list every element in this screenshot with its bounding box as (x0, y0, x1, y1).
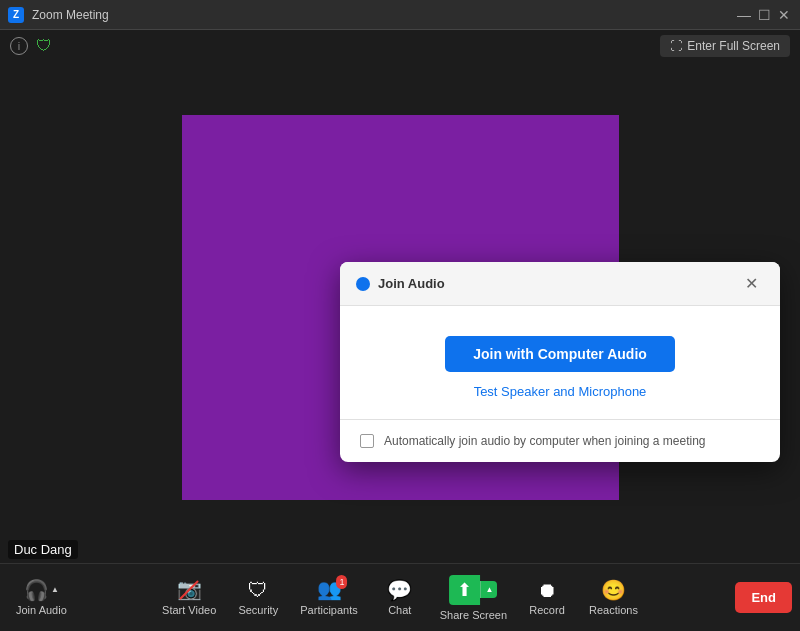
fullscreen-icon: ⛶ (670, 39, 682, 53)
zoom-app-icon: Z (8, 7, 24, 23)
participants-item[interactable]: 👥 1 Participants (290, 573, 367, 622)
title-bar-left: Z Zoom Meeting (8, 7, 109, 23)
end-button[interactable]: End (735, 582, 792, 613)
info-icon[interactable]: i (10, 37, 28, 55)
dialog-header: Join Audio ✕ (340, 262, 780, 306)
video-icon-container: 📷 (177, 579, 202, 600)
user-name-label: Duc Dang (8, 540, 78, 559)
participant-count-badge: 1 (337, 575, 348, 589)
zoom-dot-icon (356, 277, 370, 291)
test-speaker-link[interactable]: Test Speaker and Microphone (474, 384, 647, 399)
chat-label: Chat (388, 604, 411, 616)
fullscreen-button[interactable]: ⛶ Enter Full Screen (660, 35, 790, 57)
toolbar: 🎧 ▲ Join Audio 📷 Start Video 🛡 Security … (0, 563, 800, 631)
auto-join-checkbox[interactable] (360, 434, 374, 448)
fullscreen-label: Enter Full Screen (687, 39, 780, 53)
share-screen-item[interactable]: ⬆ ▲ Share Screen (432, 569, 515, 627)
reactions-item[interactable]: 😊 Reactions (579, 574, 648, 622)
record-item[interactable]: ⏺ Record (517, 574, 577, 622)
chat-icon: 💬 (387, 580, 412, 600)
start-video-label: Start Video (162, 604, 216, 616)
dialog-close-button[interactable]: ✕ (739, 272, 764, 295)
participants-label: Participants (300, 604, 357, 616)
dialog-footer: Automatically join audio by computer whe… (340, 419, 780, 462)
security-label: Security (238, 604, 278, 616)
window-title: Zoom Meeting (32, 8, 109, 22)
top-bar: i 🛡 ⛶ Enter Full Screen (0, 30, 800, 62)
start-video-item[interactable]: 📷 Start Video (152, 573, 226, 622)
video-area: Join Audio ✕ Join with Computer Audio Te… (0, 62, 800, 563)
reactions-icon: 😊 (601, 580, 626, 600)
share-screen-arrow[interactable]: ▲ (480, 581, 497, 598)
dialog-header-left: Join Audio (356, 276, 445, 291)
top-bar-left: i 🛡 (10, 37, 54, 55)
close-button[interactable]: ✕ (776, 8, 792, 22)
record-label: Record (529, 604, 564, 616)
headphone-icon: 🎧 (24, 580, 49, 600)
shield-icon: 🛡 (36, 37, 54, 55)
chat-item[interactable]: 💬 Chat (370, 574, 430, 622)
maximize-button[interactable]: ☐ (756, 8, 772, 22)
share-screen-label: Share Screen (440, 609, 507, 621)
window-controls[interactable]: — ☐ ✕ (736, 8, 792, 22)
security-item[interactable]: 🛡 Security (228, 574, 288, 622)
minimize-button[interactable]: — (736, 8, 752, 22)
reactions-label: Reactions (589, 604, 638, 616)
join-audio-chevron: ▲ (51, 585, 59, 594)
join-computer-audio-button[interactable]: Join with Computer Audio (445, 336, 675, 372)
security-icon: 🛡 (248, 580, 268, 600)
share-screen-btn-row: ⬆ ▲ (449, 575, 497, 605)
dialog-body: Join with Computer Audio Test Speaker an… (340, 306, 780, 419)
join-audio-label: Join Audio (16, 604, 67, 616)
share-screen-icon: ⬆ (457, 579, 472, 601)
toolbar-center: 📷 Start Video 🛡 Security 👥 1 Participant… (152, 569, 648, 627)
record-icon: ⏺ (537, 580, 557, 600)
auto-join-label: Automatically join audio by computer whe… (384, 434, 706, 448)
title-bar: Z Zoom Meeting — ☐ ✕ (0, 0, 800, 30)
share-screen-main: ⬆ (449, 575, 480, 605)
participants-icon-container: 👥 1 (317, 579, 342, 600)
join-audio-dialog: Join Audio ✕ Join with Computer Audio Te… (340, 262, 780, 462)
dialog-title: Join Audio (378, 276, 445, 291)
join-audio-item[interactable]: 🎧 ▲ Join Audio (8, 574, 75, 622)
